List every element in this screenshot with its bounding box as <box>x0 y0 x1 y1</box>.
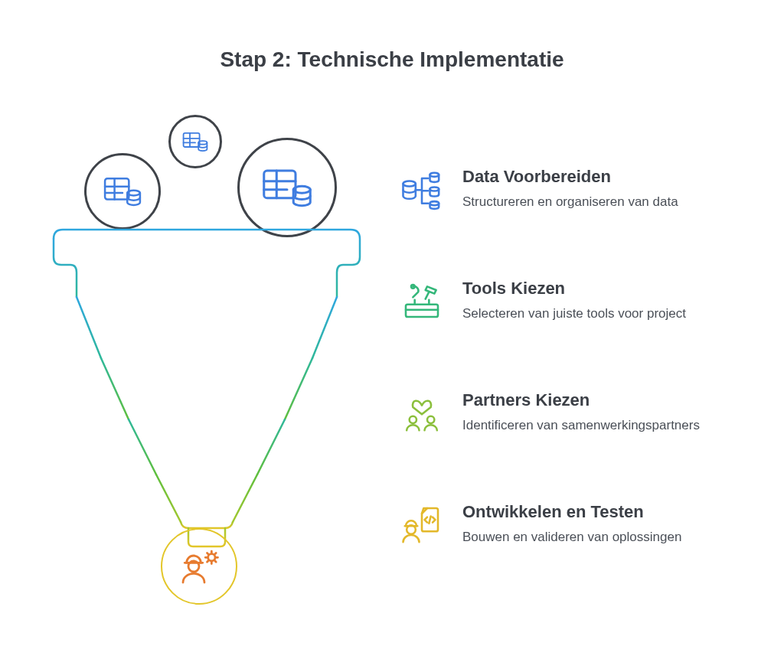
input-circle-medium <box>84 153 161 230</box>
table-database-icon <box>262 166 312 209</box>
svg-point-8 <box>403 181 416 187</box>
svg-point-15 <box>427 416 434 423</box>
step-title: Tools Kiezen <box>462 279 686 298</box>
svg-point-9 <box>430 173 439 177</box>
step-partners: Partners Kiezen Identificeren van samenw… <box>400 390 760 435</box>
funnel-input-circles <box>46 115 368 237</box>
svg-rect-0 <box>184 133 200 147</box>
database-hierarchy-icon <box>400 167 444 211</box>
step-desc: Structureren en organiseren van data <box>462 194 678 210</box>
funnel-output <box>46 532 368 624</box>
partners-heart-icon <box>400 390 444 435</box>
table-database-icon <box>182 131 208 152</box>
svg-rect-4 <box>264 171 296 198</box>
step-desc: Selecteren van juiste tools voor project <box>462 306 686 321</box>
input-circle-small <box>168 115 222 168</box>
engineer-code-icon <box>400 502 444 546</box>
output-circle <box>161 528 237 605</box>
step-desc: Identificeren van samenwerkingspartners <box>462 418 700 433</box>
diagram-title: Stap 2: Technische Implementatie <box>0 47 784 72</box>
toolbox-icon <box>400 279 444 323</box>
step-desc: Bouwen en valideren van oplossingen <box>462 530 681 545</box>
steps-list: Data Voorbereiden Structureren en organi… <box>400 167 760 614</box>
engineer-gear-icon <box>178 545 220 588</box>
step-title: Ontwikkelen en Testen <box>462 502 681 522</box>
svg-point-10 <box>430 187 439 191</box>
svg-point-14 <box>410 416 416 423</box>
step-develop-test: Ontwikkelen en Testen Bouwen en validere… <box>400 502 760 546</box>
svg-point-11 <box>430 201 439 205</box>
step-tools: Tools Kiezen Selecteren van juiste tools… <box>400 279 760 323</box>
svg-rect-2 <box>105 178 129 199</box>
step-title: Partners Kiezen <box>462 390 700 410</box>
diagram-canvas: Stap 2: Technische Implementatie <box>0 0 784 672</box>
step-title: Data Voorbereiden <box>462 167 678 187</box>
step-data-prepare: Data Voorbereiden Structureren en organi… <box>400 167 760 211</box>
table-database-icon <box>103 175 142 207</box>
